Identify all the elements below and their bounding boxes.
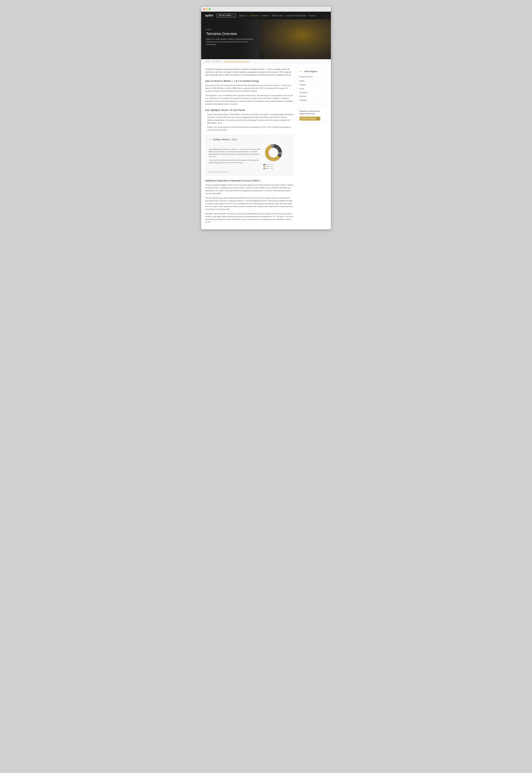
region-indonesia[interactable]: Indonesia + (299, 98, 324, 102)
section-2-heading: Key Highlights: Blocks 7 & East Pande (205, 109, 294, 111)
nav-contact[interactable]: Contact (309, 15, 315, 17)
legend-block3: Block 3 - 0.8 (264, 168, 290, 169)
region-name-eq: Equatorial Guinea (299, 76, 313, 78)
chart-box: Drilling in Blocks 1, 3 & 4 Since drilli… (205, 135, 294, 176)
nav-about[interactable]: About Us (239, 15, 247, 17)
sidebar-accent: Active Regions (299, 70, 324, 73)
breadcrumb-home[interactable]: Home (205, 61, 210, 62)
search-icon[interactable]: ⌕ (326, 14, 327, 17)
bullet-1: The first well drilled on Block 7, Mlinz… (205, 113, 294, 124)
region-plus-eq: + (323, 75, 324, 78)
section-3-para-2: This was followed by the Mzia-2 appraisa… (205, 196, 294, 211)
hero-description: Ophir is in a unique position to deliver… (206, 38, 255, 46)
section-1-heading: Sale of Interest in Blocks 1, 3 & 4 to P… (205, 80, 294, 82)
region-name-indonesia: Indonesia (299, 99, 307, 101)
site-logo[interactable]: ophir (205, 14, 213, 17)
close-dot[interactable] (203, 8, 205, 10)
hero-section: Tanzania Overview Ophir is in a unique p… (201, 19, 331, 59)
legend-block1-label: Block 1 - 9.7 (266, 166, 273, 167)
breadcrumb-sep-2: › (222, 61, 222, 62)
breadcrumb-assets[interactable]: Our Assets (212, 61, 221, 62)
chart-title: Drilling in Blocks 1, 3 & 4 (213, 138, 237, 141)
legend-block1: Block 1 - 9.7 (264, 166, 290, 167)
chart-footer: Gross discovered resource (TCF) (209, 171, 290, 172)
chart-inner: Since drilling began in late 2014 on Blo… (209, 143, 290, 169)
hero-accent-line (206, 29, 211, 30)
content-left: During 2014 exploration and appraisal ac… (205, 68, 294, 225)
hiring-button[interactable]: WE ARE HIRING — (217, 14, 236, 17)
browser-chrome (201, 7, 331, 12)
hero-image (260, 19, 331, 59)
region-kenya[interactable]: Kenya + (299, 87, 324, 91)
chart-donut-col: Block 4 - 5.7 Block 1 - 9.7 Block 3 - 0.… (264, 143, 290, 169)
region-plus-kenya: + (323, 87, 324, 90)
navbar: ophir WE ARE HIRING — About Us Our Asset… (201, 12, 331, 19)
nav-media[interactable]: Media Centre (272, 15, 283, 17)
chart-desc-2: At least two further wells are planned a… (209, 159, 260, 164)
nav-links: About Us Our Assets Investors Media Cent… (239, 14, 326, 17)
nav-investors[interactable]: Investors (262, 15, 269, 17)
download-arrow-icon: ↓ (317, 117, 319, 120)
nav-assets[interactable]: Our Assets (250, 15, 259, 17)
section-1-para-2: The transaction is now unconditional and… (205, 94, 294, 105)
intro-paragraph: During 2014 exploration and appraisal ac… (205, 68, 294, 76)
legend-block4-label: Block 4 - 5.7 (266, 164, 273, 165)
active-regions-title: Active Regions (304, 70, 317, 73)
sidebar-accent-line (299, 71, 303, 72)
breadcrumb-current: Corporate and Social Responsibility (223, 61, 250, 62)
breadcrumb: Home › Our Assets › Corporate and Social… (201, 59, 331, 64)
region-plus-gabon: + (323, 80, 324, 82)
bullet-2: Drilling on the Tende prospect on the Ea… (205, 126, 294, 131)
region-name-kenya: Kenya (299, 88, 304, 90)
donut-chart (264, 143, 283, 163)
region-seychelles[interactable]: Seychelles (299, 91, 324, 94)
chart-accent-line (209, 139, 212, 140)
section-3-para-1: The key operational highlight in 2016 wa… (205, 184, 294, 195)
chart-desc-1: Since drilling began in late 2014 on Blo… (209, 148, 260, 158)
breadcrumb-sep-1: › (211, 61, 211, 62)
section-1-para-1: In November 2014 it was announced that P… (205, 84, 294, 92)
chart-accent: Drilling in Blocks 1, 3 & 4 (209, 138, 290, 141)
legend-block3-label: Block 3 - 0.8 (266, 168, 273, 169)
browser-window: ophir WE ARE HIRING — About Us Our Asset… (201, 7, 331, 229)
hero-title: Tanzania Overview (206, 32, 255, 36)
region-name-seychelles: Seychelles (299, 92, 307, 93)
region-name-myanmar: Myanmar (299, 95, 306, 97)
section-3-heading: Significant Exploration & Appraisal Succ… (205, 179, 294, 182)
download-button[interactable]: DOWNLOAD (4.2MB) ↓ (299, 117, 320, 121)
minimize-dot[interactable] (206, 8, 208, 10)
active-regions-box: Active Regions Equatorial Guinea + Gabon… (297, 68, 327, 105)
chart-text: Since drilling began in late 2014 on Blo… (209, 148, 260, 164)
region-equatorial-guinea[interactable]: Equatorial Guinea + (299, 75, 324, 79)
section-3-para-3: The Mkia-1 well was drilled in July 2014… (205, 212, 294, 224)
legend-block4: Block 4 - 5.7 (264, 164, 290, 165)
download-box: Download our 2015 Annual Report and Acco… (297, 107, 327, 123)
region-name-gabon: Gabon (299, 80, 304, 82)
download-label: DOWNLOAD (4.2MB) (301, 118, 316, 119)
maximize-dot[interactable] (209, 8, 210, 10)
content-right: Active Regions Equatorial Guinea + Gabon… (297, 68, 327, 225)
download-title: Download our 2015 Annual Report and Acco… (299, 110, 324, 115)
main-content: During 2014 exploration and appraisal ac… (201, 64, 331, 229)
region-gabon[interactable]: Gabon + (299, 79, 324, 83)
nav-corporate[interactable]: Corporate Responsibility (286, 15, 306, 17)
chart-legend: Block 4 - 5.7 Block 1 - 9.7 Block 3 - 0.… (264, 164, 290, 169)
hero-content: Tanzania Overview Ophir is in a unique p… (201, 19, 260, 51)
hiring-icon: — (232, 15, 234, 16)
svg-point-3 (269, 148, 278, 157)
region-name-tanzania: Tanzania (299, 84, 306, 86)
region-plus-indonesia: + (323, 99, 324, 101)
region-myanmar[interactable]: Myanmar (299, 94, 324, 98)
region-tanzania[interactable]: Tanzania (299, 83, 324, 87)
